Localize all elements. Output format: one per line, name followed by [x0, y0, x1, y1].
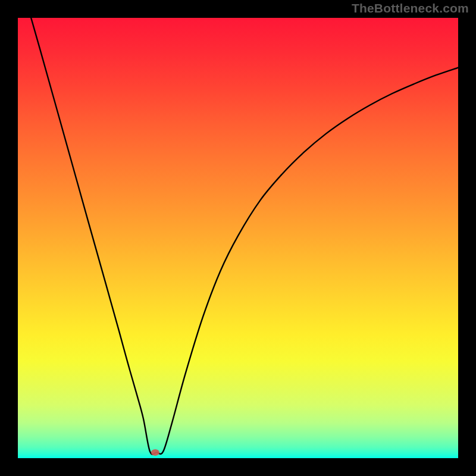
- plot-area: [18, 18, 458, 458]
- curve-layer: [18, 18, 458, 458]
- bottleneck-curve: [31, 18, 458, 455]
- chart-frame: TheBottleneck.com: [0, 0, 476, 476]
- optimum-marker: [151, 449, 159, 456]
- watermark-text: TheBottleneck.com: [352, 1, 469, 15]
